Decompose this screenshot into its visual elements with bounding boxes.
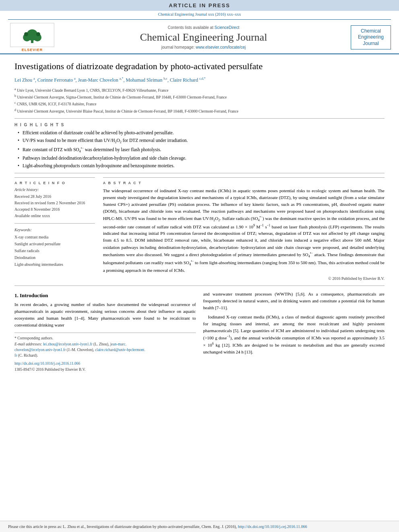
highlights-label: H I G H L I G H T S bbox=[14, 123, 385, 127]
article-history-label: Article history: bbox=[14, 187, 95, 192]
highlights-section: H I G H L I G H T S Efficient oxidation … bbox=[14, 123, 385, 169]
main-content: Investigations of diatrizoate degradatio… bbox=[0, 54, 399, 376]
info-separator bbox=[14, 223, 95, 224]
journal-header: ELSEVIER Contents lists available at Sci… bbox=[0, 18, 399, 54]
svg-point-5 bbox=[36, 32, 40, 36]
journal-name: Chemical Engineering Journal bbox=[56, 31, 351, 43]
issn-line: 1385-8947/© 2016 Published by Elsevier B… bbox=[14, 367, 196, 372]
highlight-item: UV/PS was found to be more efficient tha… bbox=[18, 137, 385, 144]
citation-link[interactable]: http://dx.doi.org/10.1016/j.cej.2016.11.… bbox=[238, 524, 307, 529]
info-abstract-container: A R T I C L E I N F O Article history: R… bbox=[14, 177, 385, 281]
highlight-item: Pathways included deiodination/decarboxy… bbox=[18, 155, 385, 161]
introduction-heading: 1. Introduction bbox=[14, 292, 196, 299]
journal-homepage: journal homepage: www.elsevier.com/locat… bbox=[56, 45, 351, 49]
article-info-col: A R T I C L E I N F O Article history: R… bbox=[14, 177, 95, 281]
footnote-corresponding: * Corresponding authors. bbox=[14, 335, 196, 341]
keywords-label: Keywords: bbox=[14, 228, 95, 232]
full-separator bbox=[14, 286, 385, 286]
journal-logo-right: Chemical Engineering Journal bbox=[351, 25, 391, 50]
footnote-area: * Corresponding authors. E-mail addresse… bbox=[14, 333, 196, 372]
banner-text: ARTICLE IN PRESS bbox=[169, 2, 230, 8]
citation-text: Please cite this article in press as: L.… bbox=[8, 524, 238, 529]
svg-point-4 bbox=[24, 32, 28, 36]
doi-link[interactable]: http://dx.doi.org/10.1016/j.cej.2016.11.… bbox=[14, 362, 80, 366]
body-col-left: 1. Introduction In recent decades, a gro… bbox=[14, 291, 196, 372]
copyright-line: © 2016 Published by Elsevier B.V. bbox=[103, 276, 385, 281]
sciencedirect-link[interactable]: ScienceDirect bbox=[214, 25, 239, 30]
body-two-col: 1. Introduction In recent decades, a gro… bbox=[14, 291, 385, 372]
highlights-list: Efficient oxidation of diatrizoate could… bbox=[14, 129, 385, 169]
highlight-item: Efficient oxidation of diatrizoate could… bbox=[18, 129, 385, 136]
highlight-item: Light-absorbing photoproducts contain hy… bbox=[18, 162, 385, 169]
article-in-press-banner: ARTICLE IN PRESS bbox=[0, 0, 399, 11]
elsevier-text: ELSEVIER bbox=[22, 48, 43, 52]
abstract-col: A B S T R A C T The widespread occurrenc… bbox=[103, 177, 385, 281]
abstract-section: A B S T R A C T The widespread occurrenc… bbox=[103, 177, 385, 281]
article-info: A R T I C L E I N F O Article history: R… bbox=[14, 177, 95, 268]
highlight-item: Rate constant of DTZ with SO4•− was dete… bbox=[18, 146, 385, 154]
authors-line: Lei Zhou a, Corinne Ferronato a, Jean-Ma… bbox=[14, 76, 385, 84]
elsevier-tree-icon bbox=[16, 26, 48, 44]
journal-title-center: Contents lists available at ScienceDirec… bbox=[56, 25, 351, 49]
article-info-label: A R T I C L E I N F O bbox=[14, 181, 95, 185]
contents-line: Contents lists available at ScienceDirec… bbox=[56, 25, 351, 30]
affiliations: a Univ Lyon, Université Claude Bernard L… bbox=[14, 87, 385, 115]
abstract-text: The widespread occurrence of iodinated X… bbox=[103, 187, 385, 274]
page: ARTICLE IN PRESS Chemical Engineering Jo… bbox=[0, 0, 399, 532]
separator-2 bbox=[14, 173, 385, 173]
body-col-right: and wastewater treatment processes (WWTP… bbox=[203, 291, 385, 372]
doi-journal-line: Chemical Engineering Journal xxx (2016) … bbox=[0, 11, 399, 18]
separator-1 bbox=[14, 118, 385, 119]
introduction-text-left: In recent decades, a growing number of s… bbox=[14, 301, 196, 329]
article-history-dates: Received 28 July 2016 Received in revise… bbox=[14, 193, 95, 219]
article-title: Investigations of diatrizoate degradatio… bbox=[14, 61, 385, 72]
keywords-list: X-ray contrast media Sunlight activated … bbox=[14, 234, 95, 268]
footnote-emails: E-mail addresses: lei.zhou@ircelyon.univ… bbox=[14, 341, 196, 347]
introduction-text-right: and wastewater treatment processes (WWTP… bbox=[203, 291, 385, 355]
citation-bar: Please cite this article in press as: L.… bbox=[0, 521, 399, 532]
abstract-label: A B S T R A C T bbox=[103, 181, 385, 185]
elsevier-logo: ELSEVIER bbox=[8, 23, 56, 52]
